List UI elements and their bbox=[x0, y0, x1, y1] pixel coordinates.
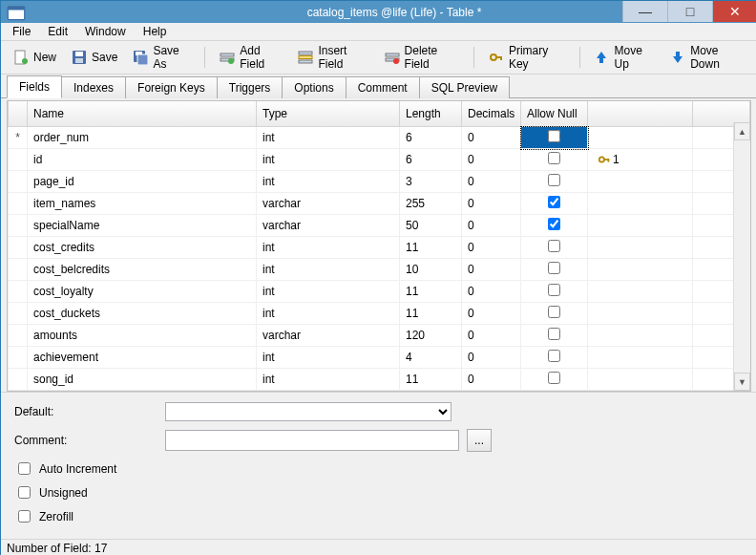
cell-decimals[interactable]: 0 bbox=[462, 215, 521, 237]
fields-grid[interactable]: Name Type Length Decimals Allow Null *or… bbox=[8, 101, 750, 391]
unsigned-checkbox[interactable] bbox=[18, 486, 31, 499]
allow-null-checkbox[interactable] bbox=[548, 196, 560, 208]
allow-null-checkbox[interactable] bbox=[548, 284, 560, 296]
cell-type[interactable]: varchar bbox=[257, 325, 400, 347]
vertical-scrollbar[interactable]: ▲ ▼ bbox=[733, 122, 750, 391]
cell-name[interactable]: cost_credits bbox=[28, 237, 257, 259]
cell-name[interactable]: item_names bbox=[28, 193, 257, 215]
allow-null-checkbox[interactable] bbox=[548, 218, 560, 230]
cell-length[interactable]: 3 bbox=[400, 171, 462, 193]
allow-null-checkbox[interactable] bbox=[548, 174, 560, 186]
cell-length[interactable]: 50 bbox=[400, 215, 462, 237]
cell-key[interactable]: 1 bbox=[588, 149, 693, 171]
cell-decimals[interactable]: 0 bbox=[462, 369, 521, 391]
allow-null-checkbox[interactable] bbox=[548, 130, 560, 142]
cell-type[interactable]: int bbox=[257, 303, 400, 325]
cell-name[interactable]: cost_belcredits bbox=[28, 259, 257, 281]
tab-indexes[interactable]: Indexes bbox=[61, 76, 126, 98]
col-allow-null[interactable]: Allow Null bbox=[521, 101, 588, 127]
cell-allow-null[interactable] bbox=[521, 281, 588, 303]
cell-length[interactable]: 11 bbox=[400, 369, 462, 391]
cell-name[interactable]: cost_loyalty bbox=[28, 281, 257, 303]
allow-null-checkbox[interactable] bbox=[548, 328, 560, 340]
cell-type[interactable]: varchar bbox=[257, 215, 400, 237]
cell-type[interactable]: varchar bbox=[257, 193, 400, 215]
menu-edit[interactable]: Edit bbox=[40, 23, 75, 40]
cell-key[interactable] bbox=[588, 215, 693, 237]
cell-name[interactable]: order_num bbox=[28, 127, 257, 149]
menu-window[interactable]: Window bbox=[77, 23, 134, 40]
cell-decimals[interactable]: 0 bbox=[462, 193, 521, 215]
table-row[interactable]: specialNamevarchar500 bbox=[9, 215, 750, 237]
cell-key[interactable] bbox=[588, 259, 693, 281]
cell-length[interactable]: 4 bbox=[400, 347, 462, 369]
table-row[interactable]: amountsvarchar1200 bbox=[9, 325, 750, 347]
cell-key[interactable] bbox=[588, 369, 693, 391]
cell-allow-null[interactable] bbox=[521, 325, 588, 347]
cell-key[interactable] bbox=[588, 237, 693, 259]
cell-name[interactable]: page_id bbox=[28, 171, 257, 193]
table-row[interactable]: cost_belcreditsint100 bbox=[9, 259, 750, 281]
insert-field-button[interactable]: Insert Field bbox=[291, 40, 375, 75]
cell-key[interactable] bbox=[588, 347, 693, 369]
cell-decimals[interactable]: 0 bbox=[462, 171, 521, 193]
maximize-button[interactable]: □ bbox=[667, 1, 712, 22]
cell-key[interactable] bbox=[588, 303, 693, 325]
table-row[interactable]: cost_ducketsint110 bbox=[9, 303, 750, 325]
cell-allow-null[interactable] bbox=[521, 171, 588, 193]
cell-type[interactable]: int bbox=[257, 149, 400, 171]
cell-length[interactable]: 11 bbox=[400, 237, 462, 259]
zerofill-checkbox[interactable] bbox=[18, 510, 31, 523]
cell-decimals[interactable]: 0 bbox=[462, 347, 521, 369]
cell-allow-null[interactable] bbox=[521, 347, 588, 369]
cell-name[interactable]: song_id bbox=[28, 369, 257, 391]
table-row[interactable]: idint601 bbox=[9, 149, 750, 171]
cell-decimals[interactable]: 0 bbox=[462, 303, 521, 325]
table-row[interactable]: song_idint110 bbox=[9, 369, 750, 391]
cell-name[interactable]: cost_duckets bbox=[28, 303, 257, 325]
tab-fields[interactable]: Fields bbox=[7, 75, 62, 98]
cell-allow-null[interactable] bbox=[521, 303, 588, 325]
cell-decimals[interactable]: 0 bbox=[462, 325, 521, 347]
cell-length[interactable]: 6 bbox=[400, 127, 462, 149]
cell-length[interactable]: 10 bbox=[400, 259, 462, 281]
table-row[interactable]: cost_loyaltyint110 bbox=[9, 281, 750, 303]
cell-type[interactable]: int bbox=[257, 347, 400, 369]
cell-key[interactable] bbox=[588, 193, 693, 215]
allow-null-checkbox[interactable] bbox=[548, 262, 560, 274]
cell-name[interactable]: specialName bbox=[28, 215, 257, 237]
col-length[interactable]: Length bbox=[400, 101, 462, 127]
cell-type[interactable]: int bbox=[257, 369, 400, 391]
cell-key[interactable] bbox=[588, 281, 693, 303]
col-type[interactable]: Type bbox=[257, 101, 400, 127]
table-row[interactable]: page_idint30 bbox=[9, 171, 750, 193]
tab-foreign-keys[interactable]: Foreign Keys bbox=[125, 76, 218, 98]
menu-help[interactable]: Help bbox=[136, 23, 175, 40]
scroll-down-arrow[interactable]: ▼ bbox=[734, 373, 750, 391]
scroll-up-arrow[interactable]: ▲ bbox=[734, 122, 750, 140]
allow-null-checkbox[interactable] bbox=[548, 350, 560, 362]
cell-allow-null[interactable] bbox=[521, 215, 588, 237]
menu-file[interactable]: File bbox=[5, 23, 38, 40]
cell-type[interactable]: int bbox=[257, 171, 400, 193]
cell-length[interactable]: 11 bbox=[400, 281, 462, 303]
cell-decimals[interactable]: 0 bbox=[462, 281, 521, 303]
tab-comment[interactable]: Comment bbox=[346, 76, 420, 98]
new-button[interactable]: New bbox=[7, 46, 63, 69]
allow-null-checkbox[interactable] bbox=[548, 152, 560, 164]
minimize-button[interactable]: — bbox=[622, 1, 667, 22]
default-select[interactable] bbox=[165, 402, 452, 421]
tab-triggers[interactable]: Triggers bbox=[217, 76, 284, 98]
cell-allow-null[interactable] bbox=[521, 259, 588, 281]
cell-allow-null[interactable] bbox=[521, 237, 588, 259]
col-marker[interactable] bbox=[9, 101, 28, 127]
comment-expand-button[interactable]: ... bbox=[467, 429, 492, 452]
save-button[interactable]: Save bbox=[65, 46, 124, 69]
cell-decimals[interactable]: 0 bbox=[462, 149, 521, 171]
cell-key[interactable] bbox=[588, 325, 693, 347]
cell-key[interactable] bbox=[588, 171, 693, 193]
cell-length[interactable]: 255 bbox=[400, 193, 462, 215]
cell-allow-null[interactable] bbox=[521, 149, 588, 171]
cell-type[interactable]: int bbox=[257, 259, 400, 281]
primary-key-button[interactable]: Primary Key bbox=[482, 40, 572, 75]
